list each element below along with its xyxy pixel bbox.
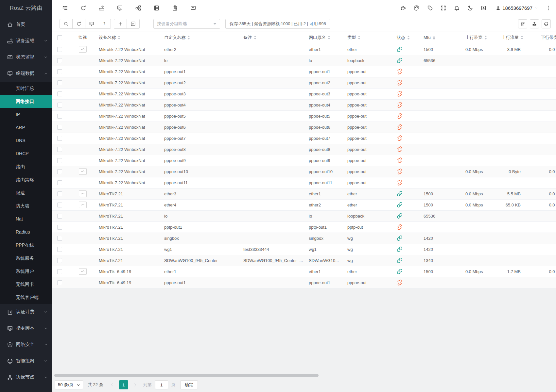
row-checkbox[interactable]	[57, 203, 62, 207]
chart-line-button[interactable]	[127, 19, 140, 29]
row-checkbox[interactable]	[57, 125, 62, 130]
column-header-type[interactable]: 类型	[347, 31, 394, 44]
sort-icon[interactable]	[328, 36, 330, 40]
monitor-button[interactable]	[79, 168, 87, 175]
row-checkbox[interactable]	[57, 247, 62, 252]
monitor-button[interactable]	[79, 202, 87, 208]
export-button[interactable]	[530, 19, 539, 28]
next-page-button[interactable]	[133, 383, 137, 387]
column-header-downbw[interactable]: 下行带宽	[540, 31, 556, 44]
monitor-chart-icon[interactable]	[190, 5, 196, 11]
row-checkbox[interactable]	[57, 158, 62, 163]
sidebar-subitem-system-user[interactable]: 系统用户	[0, 265, 52, 278]
sidebar-item-terminal-data[interactable]: 终端数据	[0, 65, 52, 82]
row-checkbox[interactable]	[57, 236, 62, 241]
sidebar-item-network-security[interactable]: 网络安全	[0, 336, 52, 353]
sidebar-item-home[interactable]: 首页	[0, 16, 52, 33]
grid-columns-button[interactable]	[518, 19, 527, 28]
router-icon[interactable]	[98, 5, 105, 11]
sidebar-subitem-nat[interactable]: Nat	[0, 212, 52, 225]
prev-page-button[interactable]	[110, 383, 114, 387]
sidebar-subitem-dhcp[interactable]: DHCP	[0, 147, 52, 160]
row-checkbox[interactable]	[57, 47, 62, 52]
sidebar-subitem-network-interface[interactable]: 网络接口	[0, 95, 52, 108]
sidebar-item-edge-node[interactable]: 边缘节点	[0, 369, 52, 385]
sidebar-subitem-dns[interactable]: DNS	[0, 134, 52, 147]
row-checkbox[interactable]	[57, 169, 62, 174]
sidebar-subitem-firewall[interactable]: 防火墙	[0, 199, 52, 212]
confirm-button[interactable]: 确定	[180, 380, 198, 389]
page-size-select[interactable]: 50 条/页	[55, 380, 83, 389]
row-checkbox[interactable]	[57, 80, 62, 85]
sidebar-subitem-route-policy[interactable]: 路由策略	[0, 173, 52, 186]
refresh-icon[interactable]	[80, 5, 86, 11]
column-header-upflow[interactable]: 上行流量	[501, 31, 540, 44]
row-checkbox[interactable]	[57, 103, 62, 107]
row-checkbox[interactable]	[57, 258, 62, 263]
column-header-ifname[interactable]: 网口原名	[308, 31, 347, 44]
sidebar-subitem-route[interactable]: 路由	[0, 160, 52, 173]
question-button[interactable]: ?	[98, 19, 111, 29]
sidebar-subitem-rate-limit[interactable]: 限速	[0, 186, 52, 199]
column-header-upbw[interactable]: 上行带宽	[465, 31, 501, 44]
row-checkbox[interactable]	[57, 269, 62, 274]
row-checkbox[interactable]	[57, 191, 62, 196]
coffee-icon[interactable]	[400, 5, 406, 11]
row-checkbox[interactable]	[57, 180, 62, 185]
bell-icon[interactable]	[453, 5, 460, 11]
row-checkbox[interactable]	[57, 147, 62, 152]
row-checkbox[interactable]	[57, 114, 62, 119]
sort-icon[interactable]	[254, 36, 256, 40]
sidebar-subitem-ppp-online[interactable]: PPP在线	[0, 238, 52, 252]
report-icon[interactable]	[171, 5, 178, 11]
sidebar-subitem-realtime-summary[interactable]: 实时汇总	[0, 82, 52, 95]
account-menu[interactable]: 18653697697	[495, 5, 538, 11]
sidebar-item-script[interactable]: 指令脚本	[0, 320, 52, 336]
sort-icon[interactable]	[358, 36, 360, 40]
sort-icon[interactable]	[433, 36, 435, 40]
script-download-button[interactable]	[85, 19, 98, 29]
device-group-filter-select[interactable]: 按设备分组筛选	[153, 19, 220, 29]
sort-icon[interactable]	[118, 36, 120, 40]
sidebar-item-status-monitor[interactable]: 状态监视	[0, 49, 52, 65]
search-button[interactable]	[60, 19, 73, 29]
page-number-button[interactable]: 1	[119, 380, 128, 389]
sidebar-subitem-system-service[interactable]: 系统服务	[0, 252, 52, 265]
sidebar-subitem-arp[interactable]: ARP	[0, 121, 52, 134]
row-checkbox[interactable]	[57, 214, 62, 219]
sidebar-item-auth-billing[interactable]: 认证计费	[0, 304, 52, 320]
monitor-button[interactable]	[79, 190, 87, 197]
print-button[interactable]	[542, 19, 551, 28]
sort-icon[interactable]	[484, 36, 487, 40]
horizontal-scrollbar[interactable]	[54, 374, 319, 377]
moon-icon[interactable]	[467, 5, 473, 11]
column-header-status[interactable]: 状态	[394, 31, 423, 44]
goto-page-input[interactable]	[155, 380, 168, 389]
row-checkbox[interactable]	[57, 69, 62, 74]
more-menu-icon[interactable]	[545, 5, 551, 11]
billing-icon[interactable]	[153, 5, 160, 11]
sidebar-subitem-wireless-card[interactable]: 无线网卡	[0, 278, 52, 291]
sidebar-item-smart-network[interactable]: 智能组网	[0, 353, 52, 369]
sort-icon[interactable]	[521, 36, 523, 40]
column-header-custom[interactable]: 自定义名称	[164, 31, 243, 44]
topology-icon[interactable]	[135, 5, 141, 11]
select-all-checkbox[interactable]	[57, 35, 62, 40]
sidebar-subitem-ip[interactable]: IP	[0, 108, 52, 121]
row-checkbox[interactable]	[57, 280, 62, 285]
row-checkbox[interactable]	[57, 136, 62, 141]
language-icon[interactable]	[480, 5, 487, 11]
row-checkbox[interactable]	[57, 91, 62, 96]
row-checkbox[interactable]	[57, 225, 62, 230]
sidebar-subitem-radius[interactable]: Radius	[0, 225, 52, 238]
plus-button[interactable]	[114, 19, 127, 29]
sort-icon[interactable]	[187, 36, 190, 40]
monitor-button[interactable]	[79, 46, 87, 53]
fullscreen-icon[interactable]	[440, 5, 446, 11]
script-download-icon[interactable]	[116, 5, 123, 11]
column-header-mtu[interactable]: Mtu	[423, 31, 465, 44]
sidebar-subitem-wireless-client[interactable]: 无线客户端	[0, 291, 52, 304]
menu-fold-icon[interactable]	[61, 5, 68, 11]
column-header-device[interactable]: 设备名称	[98, 31, 164, 44]
row-checkbox[interactable]	[57, 58, 62, 63]
